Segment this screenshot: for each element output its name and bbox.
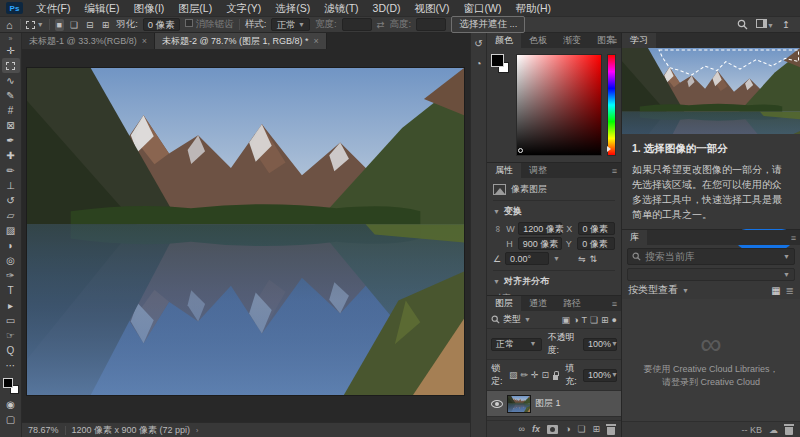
rectangular-marquee-tool[interactable] (2, 58, 20, 73)
chevron-down-icon[interactable]: ▼ (783, 253, 790, 260)
photoshop-logo[interactable]: Ps (6, 2, 23, 14)
lock-transparency-icon[interactable]: ▨ (509, 370, 518, 380)
foreground-background-swatches[interactable] (3, 378, 19, 394)
screen-mode-button[interactable]: ▢ (2, 412, 20, 427)
menu-3d[interactable]: 3D(D) (366, 0, 408, 16)
gradient-tool[interactable]: ▨ (2, 223, 20, 238)
menu-layer[interactable]: 图层(L) (171, 0, 219, 16)
quick-selection-tool[interactable]: ✎ (2, 88, 20, 103)
filter-smart-object-icon[interactable]: ⊞ (601, 315, 609, 325)
feather-input[interactable]: 0 像素 (143, 18, 180, 31)
style-select[interactable]: 正常 ▼ (271, 18, 310, 31)
layer-name[interactable]: 图层 1 (535, 397, 561, 410)
fill-input[interactable]: 100%▼ (583, 369, 617, 382)
close-icon[interactable]: × (314, 36, 319, 46)
spot-healing-brush-tool[interactable]: ✚ (2, 148, 20, 163)
new-layer-icon[interactable]: ⊞ (592, 424, 600, 434)
antialias-checkbox[interactable]: 消除锯齿 (185, 18, 234, 31)
grid-view-icon[interactable]: ▦ (771, 285, 780, 296)
menu-type[interactable]: 文字(Y) (219, 0, 268, 16)
blend-mode-select[interactable]: 正常▼ (491, 338, 542, 351)
delete-library-item-icon[interactable] (785, 427, 793, 435)
move-tool[interactable]: ✛ (2, 43, 20, 58)
eyedropper-tool[interactable]: ✒ (2, 133, 20, 148)
quick-mask-button[interactable]: ◉ (2, 397, 20, 412)
height-input[interactable] (416, 18, 446, 31)
foreground-color-swatch[interactable] (491, 54, 504, 67)
clone-stamp-tool[interactable]: ⊥ (2, 178, 20, 193)
flip-vertical-icon[interactable]: ⇅ (590, 254, 598, 264)
rectangle-tool[interactable]: ▭ (2, 313, 20, 328)
lasso-tool[interactable]: ∿ (2, 73, 20, 88)
zoom-level[interactable]: 78.67% (28, 425, 59, 435)
y-value-input[interactable]: 0 像素 (577, 237, 615, 250)
align-section-header[interactable]: ▼ 对齐并分布 (493, 271, 615, 291)
filter-pixel-icon[interactable]: ▣ (561, 315, 570, 325)
tab-swatches[interactable]: 色板 (521, 33, 555, 48)
flip-horizontal-icon[interactable]: ⇋ (578, 254, 586, 264)
tool-preset-picker[interactable]: ▼ (26, 21, 44, 29)
lock-pixels-icon[interactable]: ✏ (520, 370, 528, 380)
menu-window[interactable]: 窗口(W) (457, 0, 509, 16)
rotation-input[interactable]: 0.00° (505, 252, 549, 265)
visibility-eye-icon[interactable] (491, 400, 503, 408)
layer-filter-select[interactable]: 类型 (503, 313, 521, 326)
menu-view[interactable]: 视图(V) (408, 0, 457, 16)
new-group-icon[interactable]: ❏ (577, 424, 585, 434)
home-icon[interactable]: ⌂ (6, 19, 13, 31)
x-value-input[interactable]: 0 像素 (578, 222, 616, 235)
document-tab-2[interactable]: 未标题-2 @ 78.7% (图层 1, RGB/8) *× (155, 33, 327, 49)
lock-all-icon[interactable] (553, 375, 558, 380)
type-tool[interactable]: T (2, 283, 20, 298)
foreground-color-swatch[interactable] (3, 378, 13, 388)
canvas[interactable] (22, 49, 470, 422)
chevron-down-icon[interactable]: ▼ (553, 255, 560, 262)
menu-image[interactable]: 图像(I) (126, 0, 171, 16)
subtract-selection-button[interactable]: ⊟ (84, 19, 96, 31)
hue-slider-handle[interactable] (607, 146, 611, 152)
library-search-input[interactable]: 搜索当前库 ▼ (627, 248, 795, 265)
workspace-switcher[interactable]: ▼ (756, 19, 774, 30)
swap-dimensions-icon[interactable]: ⇄ (377, 19, 385, 30)
filter-type-icon[interactable]: T (581, 315, 587, 325)
edit-toolbar-icon[interactable]: ⋯ (2, 358, 20, 373)
add-mask-icon[interactable] (547, 425, 558, 434)
tab-learn[interactable]: 学习 (622, 33, 656, 48)
link-dimensions-icon[interactable]: ∞ (493, 224, 503, 233)
library-select[interactable]: ▼ (627, 268, 795, 281)
close-icon[interactable]: × (142, 36, 147, 46)
new-selection-button[interactable]: ■ (55, 19, 64, 31)
link-layers-icon[interactable]: ∞ (519, 424, 525, 434)
filter-shape-icon[interactable]: ❏ (590, 315, 598, 325)
panel-menu-icon[interactable]: ≡ (612, 36, 617, 46)
delete-layer-icon[interactable] (607, 427, 615, 435)
frame-tool[interactable]: ⊠ (2, 118, 20, 133)
comments-panel-icon[interactable]: ◔ (475, 58, 481, 69)
history-brush-tool[interactable]: ↺ (2, 193, 20, 208)
status-more-icon[interactable]: › (196, 427, 198, 434)
panel-menu-icon[interactable]: ≡ (612, 166, 617, 176)
menu-filter[interactable]: 滤镜(T) (317, 0, 365, 16)
width-value-input[interactable]: 1200 像素 (518, 222, 562, 235)
layer-style-icon[interactable]: fx (532, 424, 540, 434)
color-cursor[interactable] (518, 148, 523, 153)
view-by-type-select[interactable]: 按类型查看 (628, 283, 678, 297)
select-and-mask-button[interactable]: 选择并遮住 ... (451, 16, 525, 33)
search-icon[interactable] (737, 19, 748, 30)
layer-thumbnail[interactable] (507, 395, 531, 413)
opacity-input[interactable]: 100%▼ (583, 338, 617, 351)
document-tab-1[interactable]: 未标题-1 @ 33.3%(RGB/8)× (22, 33, 155, 49)
tab-channels[interactable]: 通道 (521, 296, 555, 311)
color-swatches[interactable] (491, 54, 511, 76)
toolbar-collapse-icon[interactable]: » (9, 35, 13, 43)
layer-row-1[interactable]: 图层 1 (487, 391, 621, 417)
pen-tool[interactable]: ✑ (2, 268, 20, 283)
panel-menu-icon[interactable]: ≡ (612, 299, 617, 309)
tab-layers[interactable]: 图层 (487, 296, 521, 311)
eraser-tool[interactable]: ▱ (2, 208, 20, 223)
history-panel-icon[interactable]: ↺ (474, 38, 482, 49)
lock-artboard-icon[interactable]: ⊡ (542, 370, 550, 380)
menu-select[interactable]: 选择(S) (268, 0, 317, 16)
blur-tool[interactable]: ◗ (2, 238, 20, 253)
menu-help[interactable]: 帮助(H) (509, 0, 559, 16)
